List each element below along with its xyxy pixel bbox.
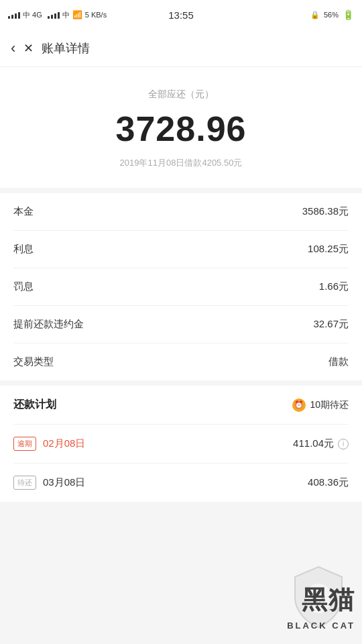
svg-marker-4 [323, 576, 332, 584]
plan-row-left-overdue: 逾期 02月08日 [13, 437, 85, 451]
total-amount: 3728.96 [13, 109, 349, 149]
type-value: 借款 [328, 356, 349, 368]
svg-point-2 [321, 595, 325, 599]
pending-amount: 408.36元 [308, 476, 349, 489]
prepay-label: 提前还款违约金 [13, 318, 84, 331]
principal-value: 3586.38元 [302, 205, 349, 218]
type-label: 交易类型 [13, 356, 54, 368]
shield-svg [288, 564, 349, 631]
signal-bars [8, 11, 20, 19]
watermark-cn-text: 黑猫 [302, 583, 355, 617]
nav-bar: ‹ ✕ 账单详情 [0, 30, 362, 67]
carrier2-label: 中 [62, 10, 70, 20]
penalty-value: 1.66元 [319, 280, 349, 293]
svg-marker-3 [305, 576, 314, 584]
plan-row-pending: 待还 03月08日 408.36元 [13, 464, 349, 502]
interest-value: 108.25元 [308, 243, 349, 256]
plan-header: 还款计划 ⏰ 10期待还 [13, 386, 349, 425]
svg-point-0 [305, 584, 332, 613]
status-bar: 中 4G 中 📶 5 KB/s 13:55 🔒 56% 🔋 [0, 0, 362, 30]
overdue-tag: 逾期 [13, 437, 36, 451]
detail-row-type: 交易类型 借款 [13, 343, 349, 380]
detail-row-prepay: 提前还款违约金 32.67元 [13, 306, 349, 343]
plan-status-text: 10期待还 [310, 399, 349, 411]
back-button[interactable]: ‹ [11, 41, 15, 56]
prepay-value: 32.67元 [313, 318, 349, 331]
principal-label: 本金 [13, 205, 34, 218]
status-right: 🔒 56% 🔋 [310, 9, 354, 20]
lock-icon: 🔒 [310, 11, 320, 19]
svg-point-1 [312, 595, 316, 599]
plan-title: 还款计划 [13, 398, 56, 412]
watermark-en-text: BLACK CAT [287, 621, 355, 631]
watermark: 黑猫 BLACK CAT [241, 537, 362, 644]
overdue-date: 02月08日 [43, 437, 85, 450]
detail-row-penalty: 罚息 1.66元 [13, 268, 349, 306]
loan-date: 2019年11月08日借款4205.50元 [13, 157, 349, 169]
info-icon[interactable]: i [338, 439, 349, 449]
plan-row-right-overdue: 411.04元 i [293, 437, 349, 450]
status-time: 13:55 [168, 9, 194, 21]
wifi-icon: 📶 [72, 10, 82, 19]
plan-row-right-pending: 408.36元 [308, 476, 349, 489]
speed-label: 5 KB/s [85, 11, 107, 19]
status-left: 中 4G 中 📶 5 KB/s [8, 10, 107, 20]
close-button[interactable]: ✕ [23, 42, 34, 54]
watermark-shield: 黑猫 BLACK CAT [241, 537, 362, 644]
plan-row-overdue: 逾期 02月08日 411.04元 i [13, 425, 349, 464]
carrier-label: 中 4G [23, 10, 42, 20]
detail-row-principal: 本金 3586.38元 [13, 193, 349, 231]
repayment-plan-card: 还款计划 ⏰ 10期待还 逾期 02月08日 411.04元 i 待还 03月0… [0, 386, 362, 502]
page-title: 账单详情 [42, 40, 90, 56]
header-card: 全部应还（元） 3728.96 2019年11月08日借款4205.50元 [0, 67, 362, 188]
overdue-amount: 411.04元 [293, 437, 334, 450]
penalty-label: 罚息 [13, 280, 34, 293]
total-label: 全部应还（元） [13, 89, 349, 101]
battery-label: 56% [324, 11, 339, 19]
battery-icon: 🔋 [343, 9, 354, 20]
plan-status: ⏰ 10期待还 [292, 398, 349, 412]
plan-row-left-pending: 待还 03月08日 [13, 476, 85, 490]
pending-date: 03月08日 [43, 476, 85, 489]
signal-bars-2 [48, 11, 60, 19]
clock-icon: ⏰ [292, 398, 306, 412]
detail-row-interest: 利息 108.25元 [13, 231, 349, 268]
detail-card: 本金 3586.38元 利息 108.25元 罚息 1.66元 提前还款违约金 … [0, 193, 362, 380]
pending-tag: 待还 [13, 476, 36, 490]
interest-label: 利息 [13, 243, 34, 256]
